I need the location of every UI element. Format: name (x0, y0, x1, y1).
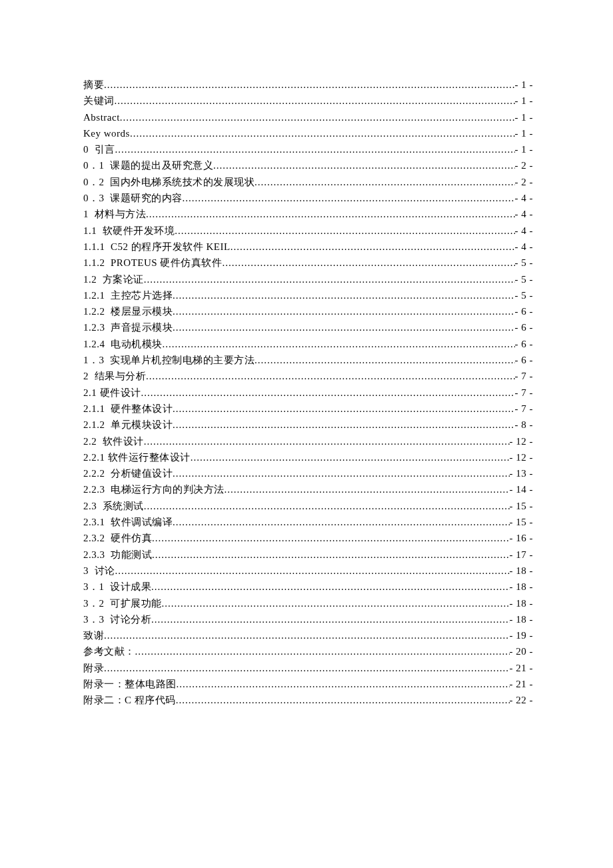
toc-entry: 2.2 软件设计- 12 - (83, 433, 533, 449)
toc-entry: 2.3.1 软件调试编译- 15 - (83, 514, 533, 530)
toc-leader-dots (152, 530, 510, 546)
toc-entry: Key words- 1 - (83, 125, 533, 141)
toc-entry: 2.2.2 分析键值设计- 13 - (83, 465, 533, 481)
toc-leader-dots (173, 401, 515, 417)
toc-entry-page: - 1 - (515, 125, 534, 141)
toc-entry-page: - 12 - (510, 433, 534, 449)
toc-entry-page: - 8 - (515, 417, 534, 433)
toc-leader-dots (255, 174, 515, 190)
toc-entry: 3．2 可扩展功能- 18 - (83, 595, 533, 611)
toc-entry-page: - 4 - (515, 239, 534, 255)
toc-leader-dots (130, 125, 515, 141)
toc-entry-label: 3 讨论 (83, 563, 115, 579)
toc-leader-dots (177, 676, 510, 692)
toc-entry-label: 2 结果与分析 (83, 368, 146, 384)
toc-entry: 致谢- 19 - (83, 627, 533, 643)
toc-leader-dots (104, 77, 515, 93)
toc-leader-dots (173, 287, 515, 303)
toc-entry-label: 附录二：C 程序代码 (83, 692, 176, 708)
toc-entry-label: 2.2.2 分析键值设计 (83, 465, 173, 481)
toc-entry: 1.2.3 声音提示模块- 6 - (83, 319, 533, 335)
toc-leader-dots (144, 498, 510, 514)
toc-entry-label: 关键词 (83, 93, 115, 109)
toc-leader-dots (151, 579, 510, 595)
toc-entry-page: - 18 - (510, 595, 534, 611)
toc-leader-dots (104, 627, 510, 643)
toc-entry: 0 引言- 1 - (83, 141, 533, 157)
toc-entry-label: 1.2 方案论证 (83, 271, 144, 287)
toc-leader-dots (144, 271, 515, 287)
toc-entry: 附录- 21 - (83, 660, 533, 676)
toc-leader-dots (255, 352, 515, 368)
toc-entry-page: - 19 - (510, 627, 534, 643)
toc-entry-label: 1.1 软硬件开发环境 (83, 223, 175, 239)
toc-entry-page: - 2 - (515, 157, 534, 173)
toc-entry: 1.2.4 电动机模块- 6 - (83, 336, 533, 352)
toc-leader-dots (144, 433, 510, 449)
toc-entry-label: 附录 (83, 660, 104, 676)
toc-leader-dots (141, 385, 515, 401)
toc-entry: 关键词- 1 - (83, 93, 533, 109)
toc-entry: 2 结果与分析- 7 - (83, 368, 533, 384)
toc-entry-label: 2.3.3 功能测试 (83, 547, 152, 563)
table-of-contents: 摘要- 1 -关键词- 1 -Abstract- 1 -Key words- 1… (83, 77, 533, 709)
toc-entry-label: 3．2 可扩展功能 (83, 595, 162, 611)
toc-leader-dots (146, 368, 515, 384)
toc-entry: 1．3 实现单片机控制电梯的主要方法- 6 - (83, 352, 533, 368)
toc-entry: 2.1 硬件设计- 7 - (83, 385, 533, 401)
toc-entry-page: - 7 - (515, 368, 534, 384)
toc-entry-page: - 15 - (510, 514, 534, 530)
toc-entry-page: - 2 - (515, 174, 534, 190)
toc-entry-page: - 5 - (515, 255, 534, 271)
toc-entry-page: - 20 - (510, 643, 534, 659)
toc-entry-page: - 14 - (510, 481, 534, 497)
toc-leader-dots (175, 223, 514, 239)
toc-leader-dots (152, 547, 510, 563)
toc-entry-page: - 18 - (510, 611, 534, 627)
toc-entry-label: 2.3.2 硬件仿真 (83, 530, 152, 546)
toc-entry-label: 1．3 实现单片机控制电梯的主要方法 (83, 352, 255, 368)
toc-entry-page: - 1 - (515, 93, 534, 109)
toc-entry-label: 2.2.1 软件运行整体设计 (83, 449, 191, 465)
toc-leader-dots (173, 417, 515, 433)
toc-entry-label: 1.2.1 主控芯片选择 (83, 287, 173, 303)
toc-entry-label: 0．2 国内外电梯系统技术的发展现状 (83, 174, 255, 190)
toc-entry: 3．3 讨论分析- 18 - (83, 611, 533, 627)
toc-leader-dots (231, 239, 515, 255)
toc-entry: 1.2 方案论证- 5 - (83, 271, 533, 287)
toc-entry: 0．3 课题研究的内容- 4 - (83, 190, 533, 206)
toc-entry: 3 讨论- 18 - (83, 563, 533, 579)
toc-entry-page: - 7 - (515, 385, 534, 401)
toc-entry-label: 3．1 设计成果 (83, 579, 151, 595)
toc-entry-label: 1.1.2 PROTEUS 硬件仿真软件 (83, 255, 222, 271)
toc-entry: 摘要- 1 - (83, 77, 533, 93)
toc-entry-label: 1.1.1 C52 的程序开发软件 KEIL (83, 239, 231, 255)
toc-leader-dots (163, 336, 515, 352)
toc-entry-page: - 6 - (515, 319, 534, 335)
toc-entry: 2.3 系统测试- 15 - (83, 498, 533, 514)
toc-entry-label: 1 材料与方法 (83, 206, 146, 222)
toc-page: 摘要- 1 -关键词- 1 -Abstract- 1 -Key words- 1… (0, 0, 613, 709)
toc-entry-page: - 21 - (510, 676, 534, 692)
toc-leader-dots (183, 190, 515, 206)
toc-entry: 2.3.2 硬件仿真- 16 - (83, 530, 533, 546)
toc-entry-page: - 12 - (510, 449, 534, 465)
toc-leader-dots (162, 595, 510, 611)
toc-leader-dots (176, 692, 510, 708)
toc-entry-label: 2.1 硬件设计 (83, 385, 141, 401)
toc-entry: 0．2 国内外电梯系统技术的发展现状- 2 - (83, 174, 533, 190)
toc-leader-dots (222, 255, 514, 271)
toc-entry-page: - 22 - (510, 692, 534, 708)
toc-entry: 1 材料与方法- 4 - (83, 206, 533, 222)
toc-entry: 附录一：整体电路图- 21 - (83, 676, 533, 692)
toc-entry: 参考文献：- 20 - (83, 643, 533, 659)
toc-entry-label: Key words (83, 125, 130, 141)
toc-entry-page: - 4 - (515, 223, 534, 239)
toc-leader-dots (135, 643, 510, 659)
toc-entry-page: - 1 - (515, 141, 534, 157)
toc-entry-page: - 13 - (510, 465, 534, 481)
toc-entry: 1.1 软硬件开发环境- 4 - (83, 223, 533, 239)
toc-entry-page: - 18 - (510, 563, 534, 579)
toc-entry-page: - 15 - (510, 498, 534, 514)
toc-entry: 附录二：C 程序代码- 22 - (83, 692, 533, 708)
